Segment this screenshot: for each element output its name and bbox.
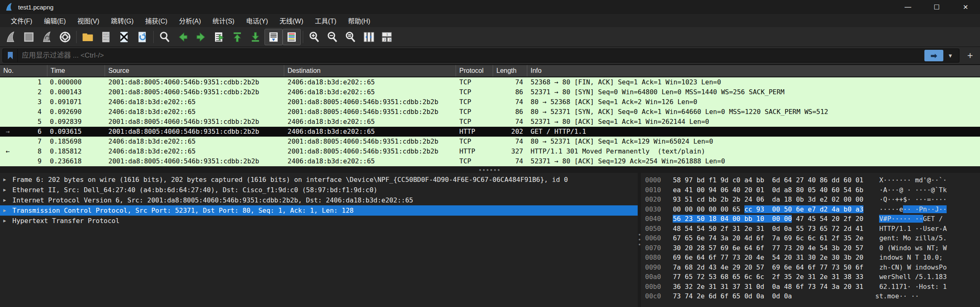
ascii-char[interactable]: l: [927, 234, 931, 242]
hex-byte[interactable]: 30: [808, 254, 816, 261]
hex-byte[interactable]: 20: [844, 244, 851, 252]
ascii-char[interactable]: ·: [907, 205, 911, 213]
ascii-char[interactable]: S: [891, 273, 895, 281]
hex-row[interactable]: 0030 00 00 00 00 00 65 cc 93 00 50 6e e7…: [645, 205, 980, 214]
ascii-char[interactable]: ·: [907, 215, 911, 223]
ascii-char[interactable]: A: [943, 225, 947, 233]
ascii-char[interactable]: .: [923, 273, 927, 281]
hex-byte[interactable]: 57: [856, 244, 863, 252]
hex-byte[interactable]: 72: [832, 225, 840, 233]
hex-byte[interactable]: 93: [673, 195, 681, 203]
ascii-char[interactable]: l: [923, 234, 927, 242]
hex-byte[interactable]: 37: [732, 283, 740, 291]
capture-start-icon[interactable]: [2, 29, 20, 45]
ascii-char[interactable]: [911, 273, 915, 281]
hex-byte[interactable]: 64: [744, 244, 752, 252]
capture-stop-icon[interactable]: [20, 29, 38, 45]
maximize-button[interactable]: ☐: [922, 0, 951, 14]
ascii-char[interactable]: X: [879, 176, 883, 184]
hex-byte[interactable]: 28: [697, 244, 704, 252]
ascii-char[interactable]: P: [891, 225, 895, 233]
hex-byte[interactable]: 10: [756, 215, 764, 223]
ascii-char[interactable]: ·: [907, 283, 911, 291]
hex-byte[interactable]: 68: [720, 273, 728, 281]
hex-byte[interactable]: ea: [673, 186, 681, 194]
hex-byte[interactable]: 0a: [772, 283, 780, 291]
hex-byte[interactable]: 2b: [720, 195, 728, 203]
hex-byte[interactable]: 74: [709, 234, 716, 242]
menu-item-10[interactable]: 帮助(H): [342, 14, 376, 27]
ascii-char[interactable]: @: [899, 186, 903, 194]
ascii-char[interactable]: [939, 244, 943, 252]
hex-byte[interactable]: a4: [744, 176, 752, 184]
ascii-char[interactable]: 3: [943, 273, 947, 281]
find-packet-icon[interactable]: [156, 29, 174, 45]
ascii-char[interactable]: 0: [879, 244, 883, 252]
ascii-char[interactable]: H: [919, 283, 923, 291]
hex-byte[interactable]: 2f: [844, 215, 851, 223]
ascii-char[interactable]: $: [903, 195, 907, 203]
ascii-char[interactable]: h: [895, 273, 899, 281]
hex-byte[interactable]: 31: [732, 225, 740, 233]
hex-byte[interactable]: 20: [796, 244, 804, 252]
close-button[interactable]: ✕: [951, 0, 980, 14]
hex-byte[interactable]: 50: [844, 263, 851, 271]
column-header-destination[interactable]: Destination: [284, 65, 456, 77]
hex-byte[interactable]: e2: [820, 195, 828, 203]
ascii-char[interactable]: n: [887, 234, 891, 242]
ascii-char[interactable]: @: [931, 186, 935, 194]
hex-byte[interactable]: 20: [744, 263, 752, 271]
hex-byte[interactable]: 2f: [772, 273, 780, 281]
apply-filter-button[interactable]: ➡: [924, 50, 943, 61]
layout-icon[interactable]: 123: [378, 29, 396, 45]
ascii-char[interactable]: -: [887, 263, 891, 271]
hex-byte[interactable]: 2e: [820, 273, 828, 281]
hex-byte[interactable]: 97: [685, 176, 692, 184]
ascii-char[interactable]: [911, 283, 915, 291]
hex-byte[interactable]: cd: [697, 195, 704, 203]
hex-byte[interactable]: 6b: [856, 186, 863, 194]
ascii-char[interactable]: U: [923, 225, 927, 233]
hex-byte[interactable]: 0d: [772, 186, 780, 194]
add-filter-button[interactable]: +: [963, 49, 978, 62]
hex-byte[interactable]: 6f: [756, 244, 764, 252]
hex-byte[interactable]: 3b: [844, 254, 851, 261]
ascii-char[interactable]: [903, 186, 907, 194]
ascii-char[interactable]: ·: [931, 176, 935, 184]
hex-byte[interactable]: 6c: [756, 273, 764, 281]
ascii-char[interactable]: [911, 186, 915, 194]
ascii-char[interactable]: [911, 176, 915, 184]
hex-byte[interactable]: 73: [832, 263, 840, 271]
expand-arrow-icon[interactable]: ▶: [3, 216, 6, 226]
ascii-char[interactable]: T: [939, 186, 943, 194]
hex-byte[interactable]: f1: [709, 176, 716, 184]
ascii-char[interactable]: ·: [939, 205, 943, 213]
menu-item-9[interactable]: 工具(T): [309, 14, 342, 27]
hex-byte[interactable]: 0a: [756, 292, 764, 300]
autoscroll-icon[interactable]: [264, 29, 283, 45]
hex-byte[interactable]: 6f: [709, 254, 716, 261]
ascii-char[interactable]: m: [915, 176, 919, 184]
ascii-char[interactable]: 8: [939, 273, 943, 281]
hex-byte[interactable]: 2f: [720, 225, 728, 233]
ascii-char[interactable]: i: [895, 244, 899, 252]
ascii-char[interactable]: ·: [915, 186, 919, 194]
hex-byte[interactable]: 41: [685, 186, 692, 194]
hex-byte[interactable]: 02: [832, 195, 840, 203]
ascii-char[interactable]: .: [903, 225, 907, 233]
hex-byte[interactable]: 05: [808, 186, 816, 194]
ascii-char[interactable]: -: [939, 225, 943, 233]
ascii-char[interactable]: z: [879, 263, 883, 271]
menu-item-7[interactable]: 电话(Y): [240, 14, 274, 27]
ascii-char[interactable]: ·: [931, 205, 935, 213]
ascii-char[interactable]: E: [927, 215, 931, 223]
hex-byte[interactable]: 00: [720, 205, 728, 213]
ascii-char[interactable]: /: [895, 225, 899, 233]
hex-byte[interactable]: 0d: [756, 283, 764, 291]
hex-byte[interactable]: 2e: [796, 273, 804, 281]
column-header-info[interactable]: Info: [527, 65, 980, 77]
capture-options-icon[interactable]: [56, 29, 74, 45]
ascii-char[interactable]: 1: [891, 283, 895, 291]
ascii-char[interactable]: [943, 254, 947, 261]
hex-byte[interactable]: 69: [720, 244, 728, 252]
